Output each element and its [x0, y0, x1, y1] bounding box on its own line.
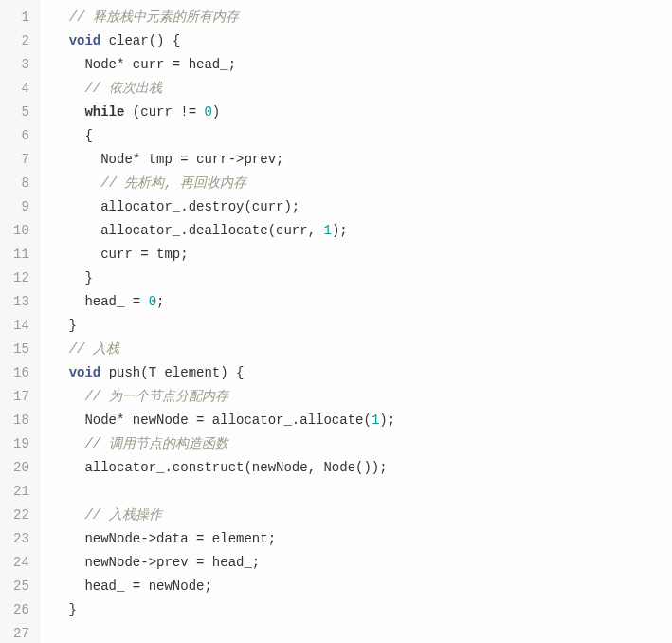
- code-line: [53, 480, 672, 504]
- text-token: newNode->prev = head_;: [53, 555, 260, 570]
- text-token: ;: [156, 294, 164, 309]
- text-token: {: [53, 128, 93, 143]
- code-line: while (curr != 0): [53, 101, 672, 124]
- code-line: newNode->data = element;: [53, 527, 672, 551]
- line-number: 17: [13, 385, 29, 409]
- line-number: 10: [13, 219, 29, 243]
- text-token: );: [332, 223, 348, 238]
- line-number: 9: [13, 195, 29, 219]
- code-line: allocator_.construct(newNode, Node());: [53, 456, 672, 480]
- code-line: // 为一个节点分配内存: [53, 385, 672, 409]
- text-token: Node* curr = head_;: [53, 57, 236, 72]
- line-number: 15: [13, 338, 29, 361]
- code-line: // 入栈: [53, 338, 672, 361]
- text-token: [53, 81, 85, 96]
- text-token: curr = tmp;: [53, 247, 189, 262]
- text-token: allocator_.destroy(curr);: [53, 199, 300, 214]
- line-number: 22: [13, 504, 29, 527]
- text-token: allocator_.construct(newNode, Node());: [53, 460, 388, 475]
- line-number: 14: [13, 314, 29, 338]
- text-token: push(T element) {: [100, 365, 244, 380]
- text-token: allocator_.deallocate(curr,: [53, 223, 324, 238]
- type-token: void: [69, 365, 101, 380]
- line-number: 7: [13, 148, 29, 172]
- code-line: head_ = 0;: [53, 290, 672, 314]
- code-line: }: [53, 314, 672, 338]
- text-token: [53, 436, 85, 451]
- line-number: 2: [13, 29, 29, 53]
- line-number: 1: [13, 6, 29, 29]
- code-line: Node* tmp = curr->prev;: [53, 148, 672, 172]
- line-number-gutter: 1234567891011121314151617181920212223242…: [0, 0, 40, 643]
- line-number: 20: [13, 456, 29, 480]
- text-token: head_ =: [53, 294, 149, 309]
- line-number: 26: [13, 598, 29, 622]
- text-token: Node* tmp = curr->prev;: [53, 152, 284, 167]
- line-number: 27: [13, 622, 29, 643]
- code-line: // 调用节点的构造函数: [53, 432, 672, 456]
- comment-token: // 为一个节点分配内存: [84, 389, 227, 404]
- line-number: 8: [13, 172, 29, 195]
- code-line: // 先析构, 再回收内存: [53, 172, 672, 195]
- code-line: }: [53, 266, 672, 290]
- text-token: );: [379, 413, 395, 428]
- text-token: [53, 507, 85, 523]
- number-token: 0: [149, 294, 156, 309]
- text-token: [53, 9, 69, 25]
- line-number: 16: [13, 361, 29, 385]
- code-line: [53, 622, 672, 643]
- text-token: [53, 175, 100, 191]
- line-number: 25: [13, 575, 29, 598]
- line-number: 13: [13, 290, 29, 314]
- code-line: }: [53, 598, 672, 622]
- line-number: 21: [13, 480, 29, 504]
- line-number: 12: [13, 266, 29, 290]
- code-line: curr = tmp;: [53, 243, 672, 266]
- comment-token: // 入栈: [69, 341, 119, 357]
- line-number: 3: [13, 53, 29, 77]
- comment-token: // 依次出栈: [84, 81, 161, 96]
- comment-token: // 先析构, 再回收内存: [100, 175, 246, 191]
- code-line: allocator_.destroy(curr);: [53, 195, 672, 219]
- line-number: 24: [13, 551, 29, 575]
- code-line: allocator_.deallocate(curr, 1);: [53, 219, 672, 243]
- comment-token: // 入栈操作: [84, 507, 161, 523]
- text-token: [53, 389, 85, 404]
- code-area: // 释放栈中元素的所有内存 void clear() { Node* curr…: [40, 0, 672, 643]
- line-number: 4: [13, 77, 29, 101]
- text-token: head_ = newNode;: [53, 579, 212, 594]
- text-token: [53, 104, 85, 119]
- text-token: }: [53, 602, 77, 617]
- line-number: 5: [13, 101, 29, 124]
- code-line: // 依次出栈: [53, 77, 672, 101]
- code-viewer: 1234567891011121314151617181920212223242…: [0, 0, 672, 643]
- text-token: [53, 365, 69, 380]
- text-token: ): [212, 104, 220, 119]
- code-line: void clear() {: [53, 29, 672, 53]
- code-line: // 入栈操作: [53, 504, 672, 527]
- text-token: [53, 341, 69, 357]
- text-token: clear() {: [100, 33, 180, 48]
- text-token: }: [53, 318, 77, 333]
- line-number: 6: [13, 124, 29, 148]
- line-number: 19: [13, 432, 29, 456]
- code-line: // 释放栈中元素的所有内存: [53, 6, 672, 29]
- code-line: Node* newNode = allocator_.allocate(1);: [53, 409, 672, 432]
- number-token: 0: [204, 104, 211, 119]
- number-token: 1: [323, 223, 331, 238]
- line-number: 18: [13, 409, 29, 432]
- code-line: Node* curr = head_;: [53, 53, 672, 77]
- text-token: newNode->data = element;: [53, 531, 276, 546]
- text-token: (curr !=: [124, 104, 204, 119]
- code-line: {: [53, 124, 672, 148]
- code-line: newNode->prev = head_;: [53, 551, 672, 575]
- line-number: 11: [13, 243, 29, 266]
- comment-token: // 调用节点的构造函数: [84, 436, 227, 451]
- type-token: void: [69, 33, 101, 48]
- comment-token: // 释放栈中元素的所有内存: [69, 9, 239, 25]
- text-token: }: [53, 270, 93, 285]
- keyword-token: while: [84, 104, 124, 119]
- text-token: Node* newNode = allocator_.allocate(: [53, 413, 372, 428]
- code-line: head_ = newNode;: [53, 575, 672, 598]
- text-token: [53, 33, 69, 48]
